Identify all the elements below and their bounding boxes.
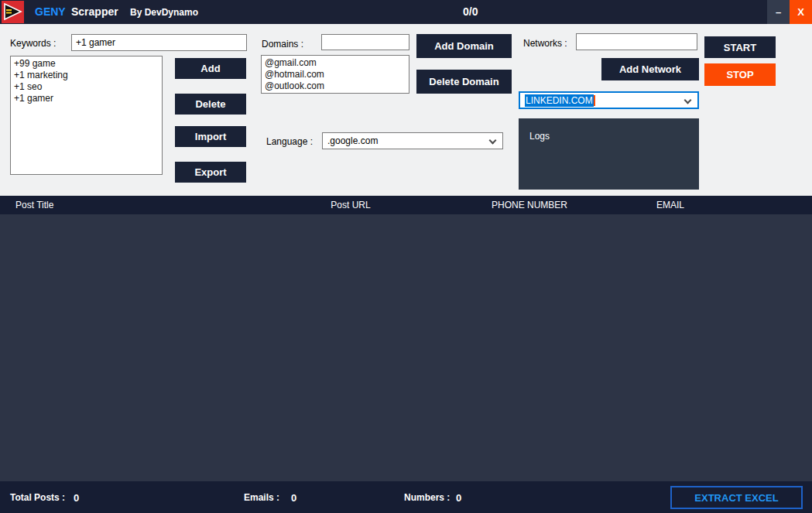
list-item[interactable]: @outlook.com — [262, 80, 409, 92]
list-item[interactable]: +1 seo — [11, 81, 162, 93]
language-selected-value: .google.com — [327, 135, 378, 146]
titlebar: GENY Scrapper By DevDynamo 0/0 – X — [0, 0, 812, 24]
add-network-button[interactable]: Add Network — [601, 58, 699, 80]
chevron-down-icon — [489, 137, 497, 145]
app-logo-icon — [2, 1, 24, 23]
brand-name: GENY — [35, 5, 66, 18]
start-button[interactable]: START — [704, 36, 776, 58]
results-table-body — [0, 214, 812, 481]
list-item[interactable]: +1 gamer — [11, 93, 162, 104]
export-keywords-button[interactable]: Export — [175, 162, 246, 183]
import-keywords-button[interactable]: Import — [175, 126, 246, 147]
networks-input[interactable] — [576, 33, 697, 50]
list-item[interactable]: @hotmail.com — [262, 69, 409, 80]
domains-listbox[interactable]: @gmail.com@hotmail.com@outlook.com — [261, 55, 409, 94]
keywords-listbox[interactable]: +99 game+1 marketing+1 seo+1 gamer — [10, 56, 163, 175]
add-domain-button[interactable]: Add Domain — [416, 34, 512, 58]
network-selected-value: LINKEDIN.COM — [525, 94, 594, 107]
byline: By DevDynamo — [130, 7, 198, 18]
column-header-post-url[interactable]: Post URL — [331, 200, 370, 210]
language-label: Language : — [266, 136, 313, 147]
chevron-down-icon — [684, 97, 692, 104]
list-item[interactable]: @gmail.com — [262, 57, 409, 69]
stop-button[interactable]: STOP — [704, 63, 776, 86]
total-posts-label: Total Posts : — [10, 492, 65, 503]
network-dropdown[interactable]: LINKEDIN.COM — [519, 91, 699, 109]
emails-value: 0 — [291, 492, 296, 504]
column-header-post-title[interactable]: Post Title — [15, 200, 53, 210]
logs-panel: Logs — [519, 118, 699, 190]
numbers-label: Numbers : — [404, 492, 450, 503]
list-item[interactable]: +99 game — [11, 58, 162, 70]
column-header-phone-number[interactable]: PHONE NUMBER — [492, 200, 567, 210]
delete-domain-button[interactable]: Delete Domain — [416, 70, 512, 94]
minimize-button[interactable]: – — [767, 0, 790, 24]
app-window: GENY Scrapper By DevDynamo 0/0 – X Keywo… — [0, 0, 812, 513]
list-item[interactable]: +1 marketing — [11, 70, 162, 81]
keywords-label: Keywords : — [10, 38, 56, 49]
logs-title: Logs — [519, 118, 699, 142]
domains-label: Domains : — [262, 39, 303, 50]
close-button[interactable]: X — [790, 0, 812, 24]
domains-input[interactable] — [321, 34, 409, 50]
column-header-email[interactable]: EMAIL — [656, 200, 684, 210]
add-keyword-button[interactable]: Add — [175, 58, 246, 79]
statusbar: Total Posts : 0 Emails : 0 Numbers : 0 E… — [0, 481, 812, 513]
extract-excel-button[interactable]: EXTRACT EXCEL — [670, 486, 803, 509]
language-dropdown[interactable]: .google.com — [322, 132, 503, 149]
text-caret — [594, 95, 595, 106]
results-table-header: Post Title Post URL PHONE NUMBER EMAIL — [0, 196, 812, 214]
emails-label: Emails : — [244, 492, 279, 503]
keywords-input[interactable] — [71, 34, 247, 51]
progress-counter: 0/0 — [463, 5, 478, 18]
delete-keyword-button[interactable]: Delete — [175, 94, 246, 115]
numbers-value: 0 — [456, 492, 461, 504]
app-name: Scrapper — [71, 5, 118, 18]
networks-label: Networks : — [523, 38, 567, 49]
total-posts-value: 0 — [74, 492, 79, 504]
